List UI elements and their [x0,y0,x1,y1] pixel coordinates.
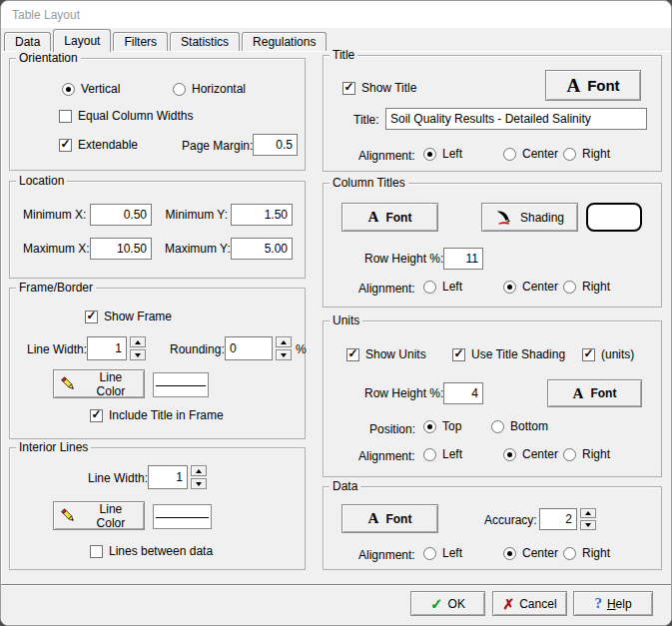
tab-statistics[interactable]: Statistics [170,32,240,51]
frame-line-width-input[interactable] [87,336,127,360]
minimum-y-input[interactable] [231,204,293,226]
tab-filters[interactable]: Filters [113,32,168,51]
page-margin-label: Page Margin: [182,139,253,153]
units-align-center-radio[interactable]: Center [503,447,558,461]
spin-down-button[interactable] [580,520,596,530]
help-button[interactable]: ? Help [573,591,653,616]
units-suffix-checkbox[interactable]: (units) [582,347,634,361]
cancel-button[interactable]: ✗ Cancel [492,591,567,616]
frame-line-color-button[interactable]: Line Color [53,369,145,398]
layout-tab-page: Orientation Vertical Horizontal Equal Co… [1,51,672,584]
show-frame-checkbox[interactable]: Show Frame [85,310,172,323]
column-titles-font-button[interactable]: A Font [341,203,438,232]
checkbox-icon[interactable] [59,110,72,123]
checkbox-icon[interactable] [59,139,72,152]
title-align-left-radio[interactable]: Left [423,147,462,161]
radio-icon[interactable] [423,281,436,294]
column-titles-row-height-label: Row Height %: [364,252,443,266]
units-position-bottom-radio[interactable]: Bottom [491,419,548,433]
radio-icon[interactable] [563,448,576,461]
data-align-center-radio[interactable]: Center [503,546,558,560]
radio-icon[interactable] [62,83,75,96]
interior-line-color-button[interactable]: Line Color [53,501,145,530]
include-title-in-frame-checkbox[interactable]: Include Title in Frame [90,408,224,422]
checkbox-icon[interactable] [582,348,595,361]
lines-between-data-checkbox[interactable]: Lines between data [90,544,213,558]
spin-up-button[interactable] [130,336,146,347]
units-align-right-radio[interactable]: Right [563,447,610,461]
extendable-checkbox[interactable]: Extendable [59,138,138,152]
radio-icon[interactable] [563,547,576,560]
column-titles-shading-swatch[interactable] [586,203,642,232]
page-margin-input[interactable] [253,134,298,156]
orientation-horizontal-radio[interactable]: Horizontal [173,82,246,96]
spin-up-button[interactable] [191,465,207,476]
button-bar: ✓ OK ✗ Cancel ? Help [1,584,672,626]
radio-icon[interactable] [503,148,516,161]
title-font-button[interactable]: A Font [545,70,641,101]
column-titles-align-center-radio[interactable]: Center [503,280,558,294]
checkbox-icon[interactable] [90,409,103,422]
frame-line-color-preview[interactable] [153,372,209,397]
checkbox-icon[interactable] [452,348,465,361]
maximum-x-input[interactable] [90,238,152,260]
font-a-icon: A [566,76,580,95]
title-align-center-radio[interactable]: Center [503,147,558,161]
radio-icon[interactable] [423,547,436,560]
checkbox-icon[interactable] [342,82,355,95]
x-icon: ✗ [502,597,514,611]
checkbox-icon[interactable] [85,311,98,323]
radio-icon[interactable] [503,281,516,294]
data-align-left-radio[interactable]: Left [423,546,462,560]
radio-icon[interactable] [423,448,436,461]
check-icon: ✓ [430,596,443,611]
interior-line-color-preview[interactable] [153,504,212,529]
equal-column-widths-checkbox[interactable]: Equal Column Widths [59,109,193,123]
data-align-right-radio[interactable]: Right [563,546,610,560]
units-row-height-input[interactable] [443,382,483,404]
spin-down-button[interactable] [130,349,146,360]
radio-icon[interactable] [423,420,436,433]
spin-down-button[interactable] [276,349,292,360]
show-units-checkbox[interactable]: Show Units [346,347,426,361]
spin-up-button[interactable] [276,336,292,347]
spin-up-button[interactable] [580,508,596,518]
title-input[interactable] [385,108,647,130]
column-titles-row-height-input[interactable] [443,248,483,270]
column-titles-align-right-radio[interactable]: Right [563,280,610,294]
spin-down-button[interactable] [191,478,207,489]
radio-icon[interactable] [173,83,186,96]
radio-icon[interactable] [563,281,576,294]
units-font-button[interactable]: A Font [547,379,642,407]
show-title-checkbox[interactable]: Show Title [342,81,416,95]
rounding-percent-label: % [296,342,307,356]
data-group: Data A Font Accuracy: Alignment: Left Ce [323,486,662,570]
ok-button[interactable]: ✓ OK [410,591,485,616]
interior-line-width-input[interactable] [148,465,188,489]
tab-layout[interactable]: Layout [53,29,111,52]
brush-icon [495,210,513,226]
radio-icon[interactable] [503,448,516,461]
maximum-y-input[interactable] [231,238,293,260]
checkbox-icon[interactable] [346,348,359,361]
radio-icon[interactable] [563,148,576,161]
use-title-shading-checkbox[interactable]: Use Title Shading [452,347,565,361]
frame-border-group: Frame/Border Show Frame Line Width: Roun… [9,288,306,439]
radio-icon[interactable] [423,148,436,161]
title-align-right-radio[interactable]: Right [563,147,610,161]
units-position-top-radio[interactable]: Top [423,419,461,433]
window-titlebar[interactable]: Table Layout [1,1,671,28]
data-font-button[interactable]: A Font [341,504,438,533]
units-align-left-radio[interactable]: Left [423,447,462,461]
accuracy-input[interactable] [539,508,577,530]
checkbox-icon[interactable] [90,545,103,558]
tab-regulations[interactable]: Regulations [242,32,327,51]
rounding-input[interactable] [225,336,273,360]
orientation-vertical-radio[interactable]: Vertical [62,82,120,96]
column-titles-align-left-radio[interactable]: Left [423,280,462,294]
shading-button[interactable]: Shading [481,203,578,232]
minimum-x-input[interactable] [90,204,152,226]
radio-icon[interactable] [503,547,516,560]
radio-icon[interactable] [491,420,504,433]
tab-data[interactable]: Data [4,32,51,51]
